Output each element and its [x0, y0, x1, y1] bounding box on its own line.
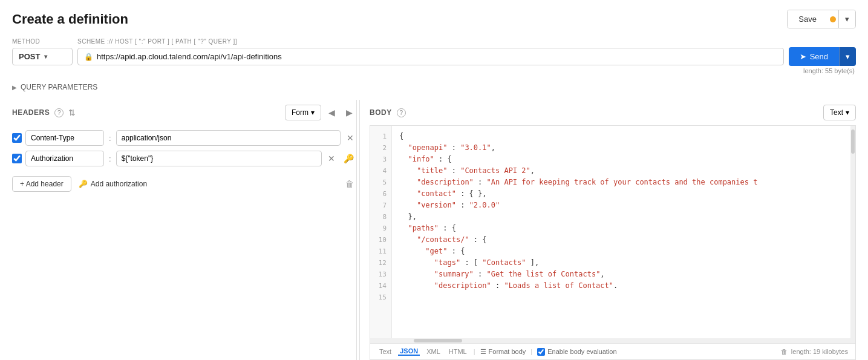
header-1-delete-button[interactable]: ✕ — [344, 132, 356, 144]
line-num-2: 2 — [370, 142, 391, 154]
code-content[interactable]: 1 2 3 4 5 6 7 8 9 10 11 12 13 14 — [370, 126, 855, 338]
query-params-arrow-icon: ▶ — [12, 84, 17, 91]
add-auth-label: Add authorization — [91, 180, 147, 188]
method-dropdown-icon: ▾ — [44, 53, 66, 60]
line-num-8: 8 — [370, 211, 391, 223]
line-num-7: 7 — [370, 200, 391, 211]
send-button[interactable]: ➤ Send — [789, 47, 839, 66]
header-2-value[interactable] — [116, 151, 322, 166]
footer-tab-json[interactable]: JSON — [398, 347, 420, 356]
url-label: SCHEME :// HOST [ ":" PORT ] [ PATH [ "?… — [77, 38, 856, 45]
delete-all-headers-button[interactable]: 🗑 — [343, 178, 356, 190]
headers-title-group: HEADERS ? ⇅ — [12, 108, 76, 117]
add-auth-icon: 🔑 — [79, 180, 88, 188]
eval-checkbox[interactable] — [537, 348, 545, 356]
vertical-scrollbar[interactable] — [850, 126, 855, 338]
body-panel: BODY ? Text ▾ 1 2 3 4 5 6 — [362, 100, 856, 360]
header-2-key[interactable] — [25, 151, 104, 166]
code-line-14: "description" : "Loads a list of Contact… — [399, 280, 843, 292]
line-num-12: 12 — [370, 257, 391, 269]
method-value: POST — [19, 52, 41, 61]
code-line-12: "tags" : [ "Contacts" ], — [399, 257, 843, 269]
headers-sort-icon[interactable]: ⇅ — [68, 108, 76, 117]
query-params-label: QUERY PARAMETERS — [21, 83, 97, 91]
send-label: Send — [810, 52, 828, 61]
add-header-button[interactable]: + Add header — [12, 176, 71, 192]
header-2-auth-icon-button[interactable]: 🔑 — [341, 152, 356, 165]
horizontal-scrollbar[interactable] — [370, 338, 855, 343]
header-1-key[interactable] — [25, 130, 104, 146]
footer-separator: | — [474, 348, 475, 355]
send-button-group: ➤ Send ▾ — [789, 47, 856, 66]
add-authorization-button[interactable]: 🔑 Add authorization — [79, 180, 147, 188]
header-1-value[interactable] — [116, 130, 341, 146]
line-numbers: 1 2 3 4 5 6 7 8 9 10 11 12 13 14 — [370, 126, 392, 338]
headers-form-label: Form — [292, 108, 308, 117]
body-panel-header: BODY ? Text ▾ — [370, 100, 856, 125]
footer-tab-xml[interactable]: XML — [425, 348, 442, 355]
line-num-5: 5 — [370, 177, 391, 188]
horizontal-scrollbar-thumb[interactable] — [414, 339, 462, 342]
save-button[interactable]: Save — [788, 10, 827, 28]
footer-tab-text[interactable]: Text — [377, 348, 393, 355]
method-label: METHOD — [12, 38, 73, 45]
code-footer-right: 🗑 length: 19 kilobytes — [781, 348, 848, 355]
line-num-11: 11 — [370, 246, 391, 257]
vertical-scrollbar-thumb[interactable] — [851, 129, 855, 154]
code-line-10: "/contacts/" : { — [399, 234, 843, 246]
code-lines-area[interactable]: { "openapi" : "3.0.1", "info" : { "title… — [392, 126, 850, 338]
panel-collapse-right-button[interactable]: ▶ — [342, 105, 356, 120]
code-line-5: "description" : "An API for keeping trac… — [399, 177, 843, 188]
header-row-2: : ✕ 🔑 — [12, 151, 356, 166]
save-button-group: Save ▾ — [787, 10, 856, 28]
line-num-9: 9 — [370, 223, 391, 234]
header-1-checkbox[interactable] — [12, 133, 22, 143]
format-icon: ☰ — [480, 348, 486, 356]
code-line-2: "openapi" : "3.0.1", — [399, 142, 843, 154]
save-dropdown-button[interactable]: ▾ — [838, 10, 855, 28]
headers-form-button[interactable]: Form ▾ — [285, 105, 321, 120]
code-line-7: "version" : "2.0.0" — [399, 200, 843, 211]
url-length-info: length: 55 byte(s) — [12, 67, 856, 74]
line-num-15: 15 — [370, 292, 391, 303]
code-line-4: "title" : "Contacts API 2", — [399, 165, 843, 177]
code-line-11: "get" : { — [399, 246, 843, 257]
header-2-delete-button[interactable]: ✕ — [325, 152, 338, 165]
code-editor: 1 2 3 4 5 6 7 8 9 10 11 12 13 14 — [370, 125, 856, 360]
headers-panel: HEADERS ? ⇅ Form ▾ ◀ ▶ — [12, 100, 357, 360]
send-icon: ➤ — [800, 52, 806, 61]
send-dropdown-button[interactable]: ▾ — [839, 47, 856, 66]
eval-toggle: Enable body evaluation — [537, 348, 616, 356]
header-2-checkbox[interactable] — [12, 154, 22, 163]
headers-title: HEADERS — [12, 108, 50, 117]
code-line-1: { — [399, 131, 843, 142]
query-params-row[interactable]: ▶ QUERY PARAMETERS — [12, 79, 856, 95]
code-line-3: "info" : { — [399, 154, 843, 165]
code-line-9: "paths" : { — [399, 223, 843, 234]
code-line-8: }, — [399, 211, 843, 223]
footer-tab-html[interactable]: HTML — [447, 348, 469, 355]
code-footer-left: Text JSON XML HTML | ☰ Format body | Ena… — [377, 347, 617, 356]
panel-collapse-left-button[interactable]: ◀ — [325, 105, 339, 120]
header-1-colon: : — [108, 134, 113, 143]
code-line-13: "summary" : "Get the list of Contacts", — [399, 269, 843, 280]
body-title: BODY — [370, 108, 392, 117]
body-text-label: Text — [830, 108, 843, 117]
headers-list: : ✕ : ✕ 🔑 — [12, 130, 356, 166]
line-num-1: 1 — [370, 131, 391, 142]
line-num-14: 14 — [370, 280, 391, 292]
method-select[interactable]: POST ▾ — [12, 48, 73, 65]
headers-form-arrow-icon: ▾ — [311, 108, 315, 117]
url-input[interactable] — [97, 52, 777, 61]
headers-help-icon[interactable]: ? — [54, 108, 64, 117]
line-num-4: 4 — [370, 165, 391, 177]
format-body-button[interactable]: ☰ Format body — [480, 348, 526, 356]
page-title: Create a definition — [12, 11, 128, 27]
trash-footer-icon[interactable]: 🗑 — [781, 348, 788, 355]
code-footer: Text JSON XML HTML | ☰ Format body | Ena… — [370, 343, 855, 359]
body-help-icon[interactable]: ? — [397, 108, 406, 117]
line-num-6: 6 — [370, 188, 391, 200]
url-input-wrap: 🔒 — [77, 48, 784, 65]
save-status-dot — [830, 16, 836, 22]
body-text-button[interactable]: Text ▾ — [823, 105, 856, 120]
